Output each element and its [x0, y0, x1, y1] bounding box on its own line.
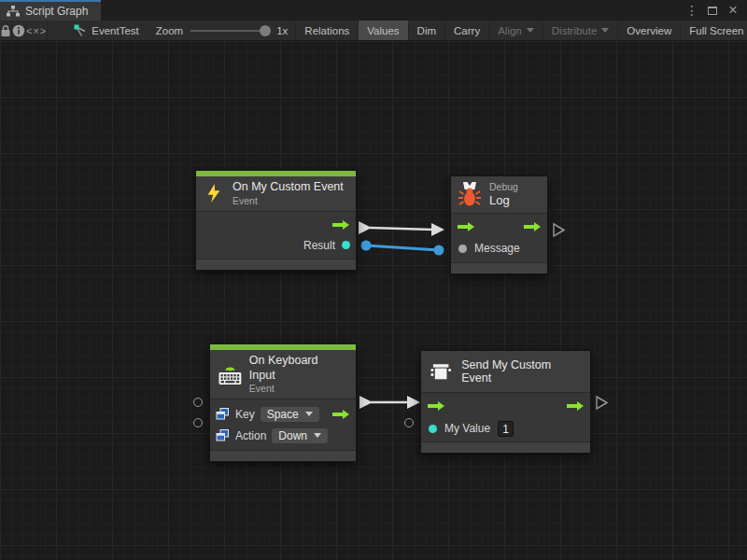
- node-footer: [421, 441, 590, 453]
- my-value-port[interactable]: [429, 425, 437, 433]
- control-wire-event-to-log: [359, 221, 444, 236]
- log-output-indicator[interactable]: [554, 224, 564, 236]
- node-title: On My Custom Event: [233, 180, 344, 195]
- carry-label: Carry: [454, 25, 480, 36]
- zoom-slider[interactable]: [190, 30, 269, 32]
- action-port-label: Action: [235, 429, 266, 442]
- action-dropdown-value: Down: [278, 429, 307, 442]
- carry-button[interactable]: Carry: [444, 21, 488, 40]
- keyboard-icon: [218, 364, 243, 385]
- maximize-box-glyph: [708, 7, 717, 15]
- node-send-my-custom-event[interactable]: Send My Custom Event My Value 1: [420, 350, 591, 454]
- node-subtitle: Event: [233, 195, 344, 207]
- code-preview-button[interactable]: <×>: [26, 21, 48, 40]
- node-title: On Keyboard Input: [249, 354, 346, 383]
- control-wire-keyboard-to-send: [359, 396, 420, 409]
- node-header: Send My Custom Event: [421, 351, 590, 392]
- maximize-icon[interactable]: [704, 2, 721, 19]
- flow-input-port[interactable]: [427, 400, 445, 412]
- code-toggle-icon: <×>: [26, 25, 47, 36]
- my-value-input[interactable]: 1: [498, 421, 514, 437]
- info-button[interactable]: [12, 21, 26, 40]
- relations-label: Relations: [304, 25, 349, 36]
- graph-asset-icon: [74, 24, 87, 37]
- node-title: Log: [489, 193, 518, 208]
- overview-label: Overview: [627, 25, 671, 36]
- fullscreen-button[interactable]: Full Screen: [680, 21, 747, 40]
- chevron-down-icon: [601, 28, 609, 33]
- lock-icon: [0, 24, 11, 37]
- graph-breadcrumb[interactable]: EventTest: [64, 21, 148, 40]
- flow-input-port[interactable]: [457, 221, 475, 232]
- node-category: Debug: [489, 181, 518, 193]
- flow-output-port[interactable]: [523, 221, 542, 232]
- info-icon: [12, 24, 25, 37]
- send-output-indicator[interactable]: [597, 397, 607, 409]
- tab-script-graph[interactable]: Script Graph: [0, 0, 101, 21]
- action-unconnected-port[interactable]: [193, 418, 203, 427]
- my-value-unconnected-port[interactable]: [404, 418, 414, 427]
- lightning-bolt-icon: [204, 183, 224, 203]
- toolbar-toggle-buttons: Relations Values Dim Carry Align Distrib…: [295, 21, 747, 40]
- connection-layer: [0, 41, 747, 560]
- node-footer: [196, 259, 356, 270]
- key-dropdown[interactable]: Space: [261, 407, 319, 422]
- fullscreen-label: Full Screen: [689, 25, 743, 36]
- node-header: On My Custom Event Event: [196, 176, 356, 211]
- node-header: On Keyboard Input Event: [210, 350, 356, 399]
- value-wire-result-to-message: [361, 241, 444, 256]
- zoom-value: 1x: [276, 25, 288, 36]
- node-footer: [451, 262, 547, 273]
- chevron-down-icon: [314, 433, 321, 438]
- window-menu-icon[interactable]: ⋮: [684, 2, 700, 19]
- relations-button[interactable]: Relations: [295, 21, 358, 40]
- lock-button[interactable]: [0, 21, 12, 40]
- message-value-port[interactable]: [458, 245, 467, 253]
- unity-script-graph-window: Script Graph ⋮ × <×>: [0, 0, 747, 560]
- distribute-button[interactable]: Distribute: [543, 21, 618, 40]
- result-value-port[interactable]: [342, 241, 350, 249]
- chevron-down-icon: [305, 412, 313, 416]
- tab-title: Script Graph: [25, 5, 88, 18]
- values-button[interactable]: Values: [358, 21, 407, 40]
- overview-button[interactable]: Overview: [617, 21, 680, 40]
- dim-label: Dim: [417, 25, 436, 36]
- node-header: Debug Log: [451, 176, 547, 213]
- flow-output-port[interactable]: [566, 400, 585, 412]
- key-dropdown-value: Space: [267, 408, 299, 421]
- graph-toolbar: <×> EventTest Zoom 1x Relations Values D…: [0, 21, 747, 41]
- node-debug-log[interactable]: Debug Log Message: [450, 175, 548, 274]
- enum-icon: [216, 429, 230, 441]
- bug-icon: [458, 182, 481, 207]
- align-button[interactable]: Align: [488, 21, 543, 40]
- my-value-port-label: My Value: [444, 422, 490, 435]
- zoom-slider-handle[interactable]: [260, 25, 271, 36]
- node-footer: [210, 450, 356, 461]
- values-label: Values: [367, 25, 399, 36]
- key-port-label: Key: [235, 408, 255, 421]
- node-on-keyboard-input[interactable]: On Keyboard Input Event Key Space: [209, 343, 357, 462]
- zoom-control: Zoom 1x: [148, 21, 296, 40]
- zoom-label: Zoom: [156, 25, 183, 36]
- graph-name: EventTest: [92, 25, 139, 36]
- message-port-label: Message: [474, 242, 520, 255]
- dim-button[interactable]: Dim: [408, 21, 444, 40]
- close-icon[interactable]: ×: [725, 2, 741, 19]
- custom-event-icon: [429, 360, 453, 384]
- distribute-label: Distribute: [552, 25, 598, 36]
- node-subtitle: Event: [249, 383, 346, 395]
- result-port-label: Result: [303, 239, 335, 252]
- flow-output-port[interactable]: [331, 219, 350, 231]
- graph-hierarchy-icon: [7, 6, 20, 17]
- window-controls: ⋮ ×: [684, 0, 747, 21]
- flow-output-port[interactable]: [331, 409, 350, 420]
- node-on-my-custom-event[interactable]: On My Custom Event Event Result: [195, 170, 357, 271]
- align-label: Align: [498, 25, 522, 36]
- enum-icon: [216, 408, 230, 420]
- action-dropdown[interactable]: Down: [272, 428, 328, 443]
- key-unconnected-port[interactable]: [193, 398, 203, 407]
- graph-canvas[interactable]: On My Custom Event Event Result: [0, 41, 747, 560]
- node-title: Send My Custom Event: [461, 358, 581, 385]
- title-bar: Script Graph ⋮ ×: [0, 0, 747, 21]
- chevron-down-icon: [527, 28, 534, 33]
